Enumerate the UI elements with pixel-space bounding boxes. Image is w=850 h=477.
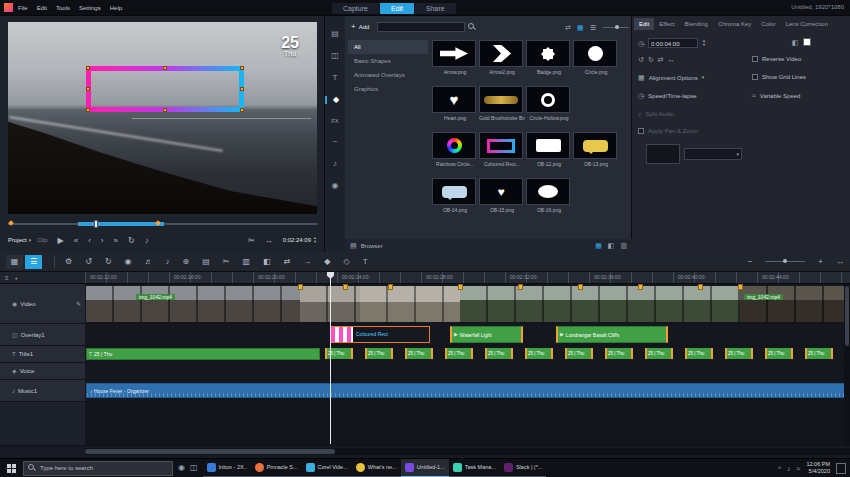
horizontal-scrollbar-thumb[interactable]	[85, 449, 335, 454]
menu-settings[interactable]: Settings	[79, 5, 101, 11]
library-item[interactable]: OB-13.png	[573, 132, 619, 176]
options-tab-lens-correction[interactable]: Lens Correction	[781, 18, 833, 30]
title-clip[interactable]: 25 | Thu	[725, 348, 753, 359]
reverse-video-row[interactable]: Reverse Video	[752, 56, 801, 62]
library-item[interactable]: OB-16.png	[526, 178, 572, 222]
taskbar-app-whats-new[interactable]: What's ne...	[352, 459, 401, 477]
library-item[interactable]: Arrow.png	[432, 40, 478, 84]
start-button[interactable]	[7, 464, 16, 473]
taskbar-app-task-manager[interactable]: Task Mana...	[449, 459, 500, 477]
preview-viewer[interactable]: 25 Thu	[8, 22, 317, 214]
next-frame-button[interactable]: ›	[101, 236, 104, 245]
category-all[interactable]: All	[348, 40, 428, 54]
sound-icon[interactable]: ♪	[325, 160, 345, 168]
transition-icon[interactable]: ◫	[325, 52, 345, 60]
palette-icon[interactable]: ◧	[792, 39, 799, 46]
vertical-scrollbar-thumb[interactable]	[845, 286, 849, 346]
video-clip[interactable]	[360, 286, 460, 322]
add-track-icon[interactable]: +	[15, 275, 19, 281]
title-tool-icon[interactable]: T	[363, 257, 368, 266]
options-tab-effect[interactable]: Effect	[654, 18, 679, 30]
batch-convert-icon[interactable]: ⇄	[284, 257, 291, 266]
grid-view-icon[interactable]: ▦	[577, 24, 584, 31]
voice-lane[interactable]	[85, 363, 850, 380]
overlay-clip[interactable]: ▶ Londrangar Basalt Cliffs	[556, 326, 668, 343]
reverse-video-checkbox[interactable]	[752, 56, 758, 62]
chapter-point-icon[interactable]: ◆	[324, 257, 330, 266]
title-clip[interactable]: 25 | Thu	[685, 348, 713, 359]
tab-capture[interactable]: Capture	[332, 3, 379, 14]
music-lane[interactable]: ♪ House Fever - Organizer	[85, 380, 850, 402]
title-clip[interactable]: 25 | Thu	[805, 348, 833, 359]
transition-marker[interactable]	[518, 284, 523, 290]
transition-marker[interactable]	[638, 284, 643, 290]
duration-spinner[interactable]: ▲▼	[702, 39, 706, 47]
timeline-zoom-slider[interactable]	[765, 261, 805, 262]
title-clip[interactable]: 25 | Thu	[445, 348, 473, 359]
graphic-icon[interactable]: ◆	[325, 96, 345, 104]
sort-icon[interactable]: ⇄	[565, 24, 571, 31]
category-graphics[interactable]: Graphics	[348, 82, 428, 96]
title-clip[interactable]: 25 | Thu	[565, 348, 593, 359]
end-button[interactable]: »	[114, 236, 118, 245]
enlarge-button[interactable]: ↔	[265, 236, 273, 245]
transition-marker[interactable]	[298, 284, 303, 290]
video-lane[interactable]: img_1042.mp4 img_1042.mp4	[85, 284, 850, 324]
library-item[interactable]: Rainbow Circle...	[432, 132, 478, 176]
rotate-right-icon[interactable]: ↻	[648, 56, 654, 63]
mask-creator-icon[interactable]: ◧	[263, 257, 271, 266]
pan-zoom-preset-thumb[interactable]	[646, 144, 680, 164]
library-item[interactable]: OB-12.png	[526, 132, 572, 176]
tray-expand-icon[interactable]: ^	[778, 465, 781, 472]
video-clip[interactable]: img_1042.mp4	[86, 286, 300, 322]
browser-label[interactable]: Browser	[361, 243, 383, 249]
resize-handle[interactable]	[86, 66, 90, 70]
volume-tray-icon[interactable]: ♪	[787, 465, 791, 472]
duration-field[interactable]: 0:00:04:00	[648, 38, 698, 48]
date-title-overlay[interactable]: 25 Thu	[281, 34, 299, 57]
library-item[interactable]: Circle-Hollow.png	[526, 86, 572, 130]
auto-music-icon[interactable]: ♪	[166, 257, 170, 266]
volume-button[interactable]: ♪	[145, 236, 149, 245]
edit-track-icon[interactable]: ✎	[76, 301, 81, 307]
library-item[interactable]: ♥ Heart.png	[432, 86, 478, 130]
alignment-options-row[interactable]: ▦ Alignment Options ▾	[638, 74, 704, 81]
track-header-music1[interactable]: ♪ Music1	[0, 380, 85, 402]
list-view-icon[interactable]: ☰	[590, 24, 596, 31]
video-clip[interactable]	[460, 286, 740, 322]
subtitle-editor-icon[interactable]: ▤	[202, 257, 210, 266]
resize-handle[interactable]	[163, 108, 167, 112]
show-grid-lines-checkbox[interactable]	[752, 74, 758, 80]
title-clip[interactable]: T 25 | Thu	[86, 348, 320, 360]
taskbar-search-input[interactable]: Type here to search	[23, 461, 173, 476]
video-clip[interactable]: img_1042.mp4	[740, 286, 849, 322]
category-animated-overlays[interactable]: Animated Overlays	[348, 68, 428, 82]
pan-zoom-preset-dropdown[interactable]: ▾	[684, 148, 742, 160]
overlay-clip[interactable]: Coloured Rect	[330, 326, 430, 343]
track-header-title1[interactable]: T Title1	[0, 346, 85, 363]
tab-edit[interactable]: Edit	[380, 3, 414, 14]
transition-marker[interactable]	[388, 284, 393, 290]
split-clip-icon[interactable]: ✂	[223, 257, 230, 266]
home-button[interactable]: «	[74, 236, 78, 245]
title-clip[interactable]: 25 | Thu	[485, 348, 513, 359]
menu-help[interactable]: Help	[110, 5, 122, 11]
category-basic-shapes[interactable]: Basic Shapes	[348, 54, 428, 68]
undo-icon[interactable]: ↺	[85, 257, 92, 266]
resize-handle[interactable]	[240, 66, 244, 70]
apply-pan-zoom-checkbox[interactable]	[638, 128, 644, 134]
redo-icon[interactable]: ↻	[105, 257, 112, 266]
motion-path-icon[interactable]: ~	[325, 138, 345, 146]
resize-handle[interactable]	[240, 108, 244, 112]
filter-icon[interactable]: FX	[325, 118, 345, 124]
multi-trim-icon[interactable]: ▥	[243, 257, 251, 266]
variable-speed-row[interactable]: ≈ Variable Speed	[752, 92, 800, 99]
tab-share[interactable]: Share	[415, 3, 456, 14]
track-header-overlay1[interactable]: ◫ Overlay1	[0, 324, 85, 346]
cortana-icon[interactable]: ◉	[178, 464, 185, 472]
sound-mixer-icon[interactable]: ♬	[145, 257, 153, 266]
flip-vertical-icon[interactable]: ↔	[668, 56, 675, 63]
media-icon[interactable]: ▤	[325, 30, 345, 38]
motion-tracking-icon[interactable]: ⊕	[183, 257, 190, 266]
playhead[interactable]	[330, 272, 331, 444]
